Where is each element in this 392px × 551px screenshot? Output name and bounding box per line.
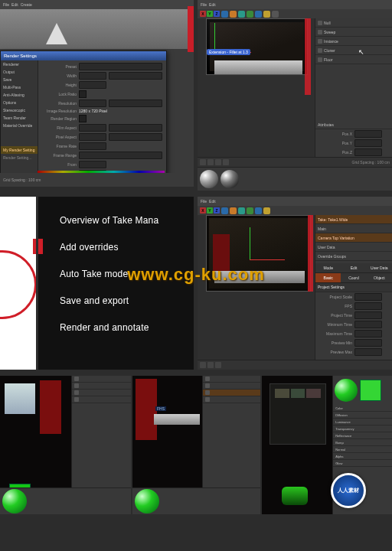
- dialog-titlebar[interactable]: Render Settings: [1, 51, 166, 60]
- take-row-active[interactable]: Take: Take1.Wide: [315, 215, 392, 224]
- timeline[interactable]: [198, 360, 392, 370]
- axis-z[interactable]: Z: [214, 11, 220, 17]
- material-manager[interactable]: [132, 487, 260, 514]
- material-ball-green-icon[interactable]: [135, 489, 159, 514]
- menu-file[interactable]: File: [3, 2, 9, 7]
- om-row-selected[interactable]: [203, 390, 260, 396]
- attr-subtabs[interactable]: Basic Coord Object: [315, 273, 392, 283]
- input-height[interactable]: [79, 81, 106, 89]
- axis-toggle[interactable]: X Y Z: [200, 11, 220, 17]
- render-setting-button[interactable]: Render Setting...: [1, 154, 38, 161]
- input-pmax[interactable]: [354, 348, 382, 356]
- input-from[interactable]: [79, 161, 106, 168]
- tool-spline[interactable]: [238, 207, 245, 214]
- menu-edit[interactable]: Edit: [11, 2, 18, 7]
- om-row[interactable]: Floor: [315, 55, 392, 64]
- om-row[interactable]: [203, 383, 260, 390]
- tree-matover[interactable]: Material Override: [1, 122, 38, 129]
- tool-camera[interactable]: [255, 207, 262, 214]
- material-ball-icon[interactable]: [200, 170, 218, 188]
- material-ball-icon[interactable]: [220, 170, 239, 188]
- pixel-preset[interactable]: [109, 133, 162, 141]
- axis-y[interactable]: Y: [207, 11, 213, 17]
- axis-y[interactable]: Y: [207, 207, 213, 214]
- material-ball-green-icon[interactable]: [2, 489, 27, 514]
- take-row[interactable]: Camera Top Variation: [315, 233, 392, 243]
- material-manager[interactable]: [0, 487, 131, 514]
- chan-bump[interactable]: Bump: [333, 439, 392, 446]
- input-min[interactable]: [354, 321, 382, 328]
- om-row[interactable]: Sweep: [315, 28, 392, 37]
- menu-file[interactable]: File: [201, 199, 207, 204]
- chan-transparency[interactable]: Transparency: [333, 425, 392, 432]
- om-row[interactable]: Cloner: [315, 46, 392, 55]
- take-row[interactable]: Override Groups: [315, 252, 392, 261]
- tool-def[interactable]: [263, 207, 270, 214]
- menu-file[interactable]: File: [201, 2, 207, 7]
- render-view[interactable]: [206, 18, 308, 75]
- tree-multipass[interactable]: Multi-Pass: [1, 83, 38, 91]
- om-row[interactable]: Null: [315, 18, 392, 28]
- tree-team[interactable]: Team Render: [1, 114, 38, 122]
- axis-x[interactable]: X: [200, 11, 206, 17]
- om-row[interactable]: [72, 396, 131, 403]
- take-row[interactable]: User Data: [315, 243, 392, 252]
- menu-create[interactable]: Create: [21, 2, 32, 7]
- timeline[interactable]: Grid Spacing : 100 cm: [198, 157, 392, 167]
- axis-toggle[interactable]: X Y Z: [200, 207, 220, 214]
- tool-light[interactable]: [247, 207, 253, 214]
- play-start-icon[interactable]: [200, 362, 206, 368]
- input-pixel-aspect[interactable]: [79, 133, 106, 141]
- chan-glow[interactable]: Glow: [333, 460, 392, 467]
- input-posx[interactable]: [354, 130, 382, 138]
- play-next-icon[interactable]: [215, 362, 221, 368]
- subtab-object[interactable]: Object: [367, 273, 392, 282]
- play-prev-icon[interactable]: [207, 159, 214, 165]
- tree-stereo[interactable]: Stereoscopic: [1, 106, 38, 114]
- render-settings-tree[interactable]: Renderer Output Save Multi-Pass Anti-Ali…: [1, 60, 38, 181]
- tree-renderer[interactable]: Renderer: [1, 60, 38, 68]
- tool-light[interactable]: [247, 11, 253, 18]
- chan-color[interactable]: Color: [333, 405, 392, 412]
- film-preset[interactable]: [109, 124, 162, 132]
- tree-my-setting[interactable]: My Render Setting: [1, 146, 38, 154]
- frame-range-dropdown[interactable]: [79, 152, 162, 159]
- tree-aa[interactable]: Anti-Aliasing: [1, 91, 38, 99]
- om-row[interactable]: [72, 383, 131, 390]
- object-manager[interactable]: Null Sweep Instance Cloner Floor Attribu…: [315, 18, 392, 157]
- take-row[interactable]: Main: [315, 224, 392, 233]
- tool-pen[interactable]: [230, 207, 237, 214]
- chan-alpha[interactable]: Alpha: [333, 453, 392, 460]
- tool-pen[interactable]: [230, 11, 237, 18]
- gizmo-y-axis[interactable]: [250, 227, 250, 259]
- menubar[interactable]: File Edit: [198, 0, 392, 9]
- chan-luminance[interactable]: Luminance: [333, 419, 392, 425]
- menu-edit[interactable]: Edit: [209, 199, 216, 204]
- tool-def[interactable]: [263, 11, 270, 18]
- tool-misc[interactable]: [272, 11, 279, 18]
- axis-x[interactable]: X: [200, 207, 206, 214]
- color-swatch[interactable]: [360, 380, 381, 401]
- input-max[interactable]: [354, 330, 382, 337]
- axis-z[interactable]: Z: [214, 207, 220, 214]
- input-projtime[interactable]: [354, 311, 382, 319]
- tab-userdata[interactable]: User Data: [367, 263, 392, 272]
- width-unit[interactable]: [109, 72, 162, 80]
- tab-edit[interactable]: Edit: [341, 263, 366, 272]
- play-icon[interactable]: [207, 362, 214, 368]
- gizmo-y-axis[interactable]: [214, 23, 215, 52]
- tab-mode[interactable]: Mode: [315, 263, 341, 272]
- tree-output[interactable]: Output: [1, 68, 38, 76]
- om-row[interactable]: [203, 376, 260, 383]
- toolbar[interactable]: X Y Z: [198, 9, 392, 18]
- checkbox-region[interactable]: [79, 115, 87, 122]
- om-row[interactable]: Instance: [315, 37, 392, 46]
- tool-spline[interactable]: [238, 11, 245, 18]
- input-fps[interactable]: [354, 302, 382, 310]
- res-unit[interactable]: [109, 99, 162, 107]
- chan-diffusion[interactable]: Diffusion: [333, 412, 392, 419]
- om-row[interactable]: [72, 376, 131, 383]
- tool-camera[interactable]: [255, 11, 262, 18]
- chan-normal[interactable]: Normal: [333, 446, 392, 453]
- input-film-aspect[interactable]: [79, 124, 106, 132]
